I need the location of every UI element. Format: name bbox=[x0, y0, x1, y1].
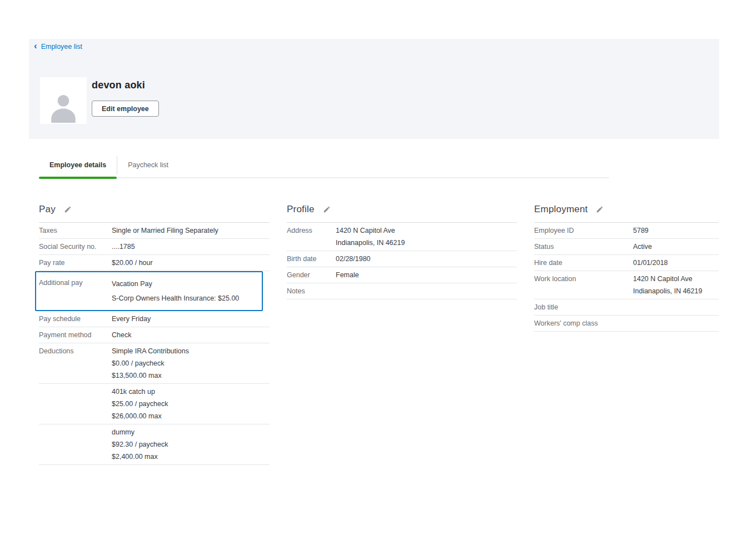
info-row: DeductionsSimple IRA Contributions$0.00 … bbox=[39, 343, 270, 384]
info-row: 401k catch up$25.00 / paycheck$26,000.00… bbox=[39, 384, 270, 424]
breadcrumb-employee-list[interactable]: ‹ Employee list bbox=[34, 43, 82, 51]
row-label: Gender bbox=[287, 269, 336, 281]
info-row: Work location1420 N Capitol AveIndianapo… bbox=[534, 271, 719, 299]
profile-section-header: Profile bbox=[287, 201, 517, 223]
page-title: devon aoki bbox=[92, 79, 145, 91]
value-line: $92.30 / paycheck bbox=[112, 438, 270, 451]
row-value: 02/28/1980 bbox=[336, 253, 517, 265]
info-row-highlighted: Additional payVacation PayS-Corp Owners … bbox=[35, 271, 263, 311]
tab-bar: Employee details Paycheck list bbox=[39, 153, 609, 178]
row-value bbox=[633, 317, 719, 329]
row-value bbox=[336, 285, 517, 297]
row-value: Single or Married Filing Separately bbox=[112, 224, 270, 237]
value-line: Single or Married Filing Separately bbox=[112, 224, 270, 237]
info-row: Employee ID5789 bbox=[534, 223, 719, 239]
info-row: Birth date02/28/1980 bbox=[287, 251, 517, 267]
row-value: Female bbox=[336, 269, 517, 281]
value-line: ....1785 bbox=[112, 241, 270, 253]
value-line: 401k catch up bbox=[112, 386, 270, 398]
row-label: Additional pay bbox=[39, 277, 112, 306]
tab-paycheck-list[interactable]: Paycheck list bbox=[117, 153, 179, 177]
row-value: Simple IRA Contributions$0.00 / paycheck… bbox=[112, 345, 270, 382]
pay-rows: TaxesSingle or Married Filing Separately… bbox=[39, 223, 270, 465]
info-row: Job title bbox=[534, 299, 719, 316]
row-label: Deductions bbox=[39, 345, 112, 382]
person-icon bbox=[47, 89, 79, 124]
row-value: 1420 N Capitol AveIndianapolis, IN 46219 bbox=[336, 224, 517, 249]
row-label: Pay schedule bbox=[39, 313, 112, 325]
row-label: Address bbox=[287, 224, 336, 249]
row-value: Every Friday bbox=[112, 313, 270, 325]
employment-section-title: Employment bbox=[534, 204, 587, 215]
header-band: ‹ Employee list devon aoki Edit employee bbox=[29, 39, 719, 139]
edit-employment-icon[interactable] bbox=[596, 206, 604, 213]
pay-section-header: Pay bbox=[39, 201, 270, 223]
value-line: 1420 N Capitol Ave bbox=[633, 273, 719, 285]
edit-pay-icon[interactable] bbox=[64, 206, 72, 213]
value-line: $20.00 / hour bbox=[112, 257, 270, 269]
row-value: Active bbox=[633, 241, 719, 253]
profile-section: Profile Address1420 N Capitol AveIndiana… bbox=[287, 201, 517, 299]
row-label: Status bbox=[534, 241, 633, 253]
row-value: 401k catch up$25.00 / paycheck$26,000.00… bbox=[112, 386, 270, 422]
info-row: Address1420 N Capitol AveIndianapolis, I… bbox=[287, 223, 517, 251]
row-label: Employee ID bbox=[534, 224, 633, 237]
info-row: Payment methodCheck bbox=[39, 327, 270, 343]
row-value: 01/01/2018 bbox=[633, 257, 719, 269]
pay-section: Pay TaxesSingle or Married Filing Separa… bbox=[39, 201, 270, 465]
row-value: 5789 bbox=[633, 224, 719, 237]
row-label: Job title bbox=[534, 301, 633, 313]
row-value: Vacation PayS-Corp Owners Health Insuran… bbox=[112, 277, 262, 306]
chevron-left-icon: ‹ bbox=[34, 43, 37, 49]
row-label: Notes bbox=[287, 285, 336, 297]
row-label: Social Security no. bbox=[39, 241, 112, 253]
value-line: 01/01/2018 bbox=[633, 257, 719, 269]
row-label bbox=[39, 386, 112, 422]
value-line: Every Friday bbox=[112, 313, 270, 325]
value-line: Vacation Pay bbox=[112, 277, 262, 291]
tab-employee-details-label: Employee details bbox=[49, 161, 106, 169]
row-label: Payment method bbox=[39, 329, 112, 341]
info-row: Social Security no.....1785 bbox=[39, 239, 270, 255]
value-line: Indianapolis, IN 46219 bbox=[633, 285, 719, 297]
value-line: Indianapolis, IN 46219 bbox=[336, 237, 517, 249]
row-value: $20.00 / hour bbox=[112, 257, 270, 269]
row-label: Taxes bbox=[39, 224, 112, 237]
value-line: 5789 bbox=[633, 224, 719, 237]
row-label: Pay rate bbox=[39, 257, 112, 269]
value-line: Female bbox=[336, 269, 517, 281]
info-row: GenderFemale bbox=[287, 267, 517, 283]
value-line: 02/28/1980 bbox=[336, 253, 517, 265]
value-line: Active bbox=[633, 241, 719, 253]
row-value: Check bbox=[112, 329, 270, 341]
edit-profile-icon[interactable] bbox=[323, 206, 331, 213]
value-line: $25.00 / paycheck bbox=[112, 398, 270, 410]
value-line: 1420 N Capitol Ave bbox=[336, 224, 517, 237]
value-line: Check bbox=[112, 329, 270, 341]
employment-section-header: Employment bbox=[534, 201, 719, 223]
row-value: dummy$92.30 / paycheck$2,400.00 max bbox=[112, 426, 270, 463]
content: Pay TaxesSingle or Married Filing Separa… bbox=[39, 201, 719, 465]
row-label bbox=[39, 426, 112, 463]
value-line: $2,400.00 max bbox=[112, 451, 270, 463]
value-line: Simple IRA Contributions bbox=[112, 345, 270, 357]
employment-rows: Employee ID5789StatusActiveHire date01/0… bbox=[534, 223, 719, 332]
profile-section-title: Profile bbox=[287, 204, 315, 215]
tab-employee-details[interactable]: Employee details bbox=[39, 153, 117, 177]
value-line: dummy bbox=[112, 426, 270, 438]
info-row: Pay rate$20.00 / hour bbox=[39, 255, 270, 271]
row-label: Work location bbox=[534, 273, 633, 297]
info-row: StatusActive bbox=[534, 239, 719, 255]
row-value: ....1785 bbox=[112, 241, 270, 253]
info-row: Notes bbox=[287, 283, 517, 299]
info-row: Hire date01/01/2018 bbox=[534, 255, 719, 271]
value-line: $26,000.00 max bbox=[112, 410, 270, 422]
breadcrumb-label: Employee list bbox=[41, 43, 82, 51]
value-line: S-Corp Owners Health Insurance: $25.00 bbox=[112, 291, 262, 306]
pay-section-title: Pay bbox=[39, 204, 56, 215]
employment-section: Employment Employee ID5789StatusActiveHi… bbox=[534, 201, 719, 332]
info-row: TaxesSingle or Married Filing Separately bbox=[39, 223, 270, 239]
row-label: Birth date bbox=[287, 253, 336, 265]
info-row: Pay scheduleEvery Friday bbox=[39, 311, 270, 327]
edit-employee-button[interactable]: Edit employee bbox=[92, 101, 159, 117]
